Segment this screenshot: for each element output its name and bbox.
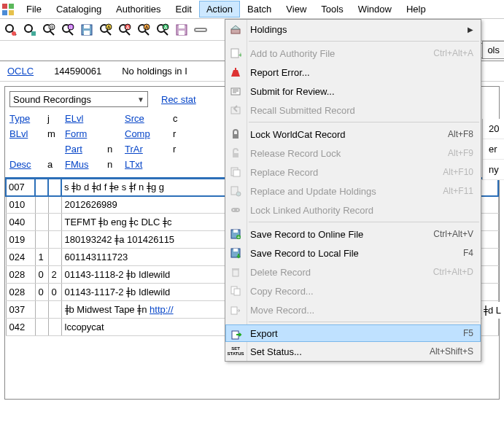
marc-ind2[interactable] [48, 231, 61, 249]
menu-item-label: Release Record Lock [250, 148, 415, 159]
marc-ind1[interactable] [35, 214, 48, 231]
marc-ind1[interactable] [35, 231, 48, 249]
menu-batch[interactable]: Batch [240, 1, 279, 17]
marc-ind2[interactable]: 0 [48, 284, 61, 301]
tool-browse-icon[interactable] [22, 22, 38, 38]
tool-save-icon[interactable] [79, 22, 95, 38]
menu-item-report-error[interactable]: Report Error... [225, 63, 481, 82]
right-tab[interactable]: ols [482, 41, 504, 59]
svg-line-26 [126, 31, 130, 35]
marc-tag[interactable]: 010 [6, 196, 35, 214]
menu-action[interactable]: Action [199, 1, 240, 17]
marc-ind2[interactable] [48, 249, 61, 266]
menu-tools[interactable]: Tools [314, 1, 350, 17]
menu-separator [249, 122, 479, 122]
menu-item-lock-worldcat-record[interactable]: Lock WorldCat RecordAlt+F8 [225, 125, 481, 144]
right-frag-1: er [483, 139, 504, 160]
fixed-field-value: n [107, 144, 120, 155]
fixed-field-value: r [173, 144, 195, 155]
menu-item-holdings[interactable]: Holdings▶ [225, 20, 481, 39]
marc-ind2[interactable] [48, 196, 61, 214]
marc-ind1[interactable]: 0 [35, 284, 48, 301]
marc-tag[interactable]: 007 [6, 179, 35, 196]
menu-authorities[interactable]: Authorities [109, 1, 168, 17]
recstat-link[interactable]: Rec stat [161, 94, 196, 105]
menu-edit[interactable]: Edit [168, 1, 199, 17]
source-link[interactable]: OCLC [7, 66, 34, 77]
menu-item-icon [228, 127, 243, 141]
menu-item-label: Delete Record [250, 267, 415, 278]
menu-item-accelerator: Ctrl+Alt+V [415, 229, 473, 239]
fixed-field-label-fmus[interactable]: FMus [65, 159, 103, 170]
marc-tag[interactable]: 019 [6, 231, 35, 249]
marc-ind2[interactable] [48, 319, 61, 336]
svg-text:+: + [237, 234, 241, 240]
tool-b2-icon[interactable]: B [60, 22, 76, 38]
marc-ind1[interactable] [35, 179, 48, 196]
fixed-field-label-comp[interactable]: Comp [125, 128, 168, 139]
marc-tag[interactable]: 037 [6, 301, 35, 319]
tool-a4-icon[interactable]: A [155, 22, 171, 38]
fixed-field-label-desc[interactable]: Desc [9, 159, 43, 170]
menu-item-lock-linked-authority-record: Lock Linked Authority Record [225, 201, 481, 219]
svg-rect-55 [233, 170, 240, 176]
fixed-field-label-trar[interactable]: TrAr [125, 144, 168, 155]
svg-rect-52 [233, 134, 239, 139]
tool-search-icon[interactable] [3, 22, 19, 38]
fixed-field-label-srce[interactable]: Srce [125, 113, 168, 124]
menu-item-icon: + [228, 227, 243, 241]
menu-item-label: Replace Record [250, 167, 415, 178]
format-combo[interactable]: Sound Recordings ▼ [9, 91, 148, 107]
marc-ind1[interactable]: 1 [35, 249, 48, 266]
tool-a2-icon[interactable]: A [117, 22, 133, 38]
tool-a3-icon[interactable]: A [136, 22, 152, 38]
menu-item-icon [228, 165, 243, 179]
menu-cataloging[interactable]: Cataloging [49, 1, 109, 17]
tool-b1-icon[interactable]: B [41, 22, 57, 38]
menu-item-move-record: Move Record... [225, 300, 481, 319]
url-link[interactable]: http:// [150, 304, 174, 315]
tool-save2-icon[interactable] [174, 22, 190, 38]
marc-ind2[interactable]: 2 [48, 266, 61, 284]
menu-item-icon [228, 146, 243, 160]
fixed-field-value: r [173, 128, 195, 139]
menu-help[interactable]: Help [399, 1, 433, 17]
marc-tag[interactable]: 028 [6, 284, 35, 301]
fixed-field-label-blvl[interactable]: BLvl [9, 128, 43, 139]
fixed-field-label-part[interactable]: Part [65, 144, 103, 155]
marc-ind1[interactable]: 0 [35, 266, 48, 284]
marc-ind2[interactable] [48, 179, 61, 196]
fixed-field-label-ltxt[interactable]: LTxt [125, 159, 168, 170]
marc-ind1[interactable] [35, 301, 48, 319]
marc-tag[interactable]: 024 [6, 249, 35, 266]
marc-ind1[interactable] [35, 319, 48, 336]
svg-text:B: B [69, 25, 73, 30]
marc-tag[interactable]: 028 [6, 266, 35, 284]
menu-item-icon [228, 265, 243, 279]
fixed-field-label-type[interactable]: Type [9, 113, 43, 124]
tool-a1-icon[interactable]: A [98, 22, 114, 38]
menu-item-save-record-to-online-file[interactable]: +Save Record to Online FileCtrl+Alt+V [225, 225, 481, 244]
marc-ind2[interactable] [48, 301, 61, 319]
marc-tag[interactable]: 040 [6, 214, 35, 231]
menu-item-save-record-to-local-file[interactable]: Save Record to Local FileF4 [225, 244, 481, 262]
svg-line-11 [50, 31, 54, 35]
menu-item-set-status[interactable]: SETSTATUSSet Status...Alt+Shift+S [225, 342, 481, 361]
marc-ind1[interactable] [35, 196, 48, 214]
menu-file[interactable]: File [19, 1, 49, 17]
svg-rect-67 [232, 268, 239, 270]
menu-item-submit-for-review[interactable]: Submit for Review... [225, 82, 481, 101]
svg-text:B: B [50, 25, 54, 30]
fixed-field-label-elvl[interactable]: ELvl [65, 113, 103, 124]
menu-window[interactable]: Window [351, 1, 399, 17]
menu-item-export[interactable]: ExportF5 [225, 324, 481, 342]
marc-tag[interactable]: 042 [6, 319, 35, 336]
tool-link-icon[interactable] [193, 22, 209, 38]
fixed-field-label-form[interactable]: Form [65, 128, 103, 139]
marc-ind2[interactable] [48, 214, 61, 231]
right-fragments: 20 er ny [482, 119, 504, 180]
menu-view[interactable]: View [279, 1, 314, 17]
menu-item-label: Move Record... [250, 305, 473, 316]
menu-item-icon [228, 184, 243, 198]
format-combo-value: Sound Recordings [13, 94, 91, 105]
